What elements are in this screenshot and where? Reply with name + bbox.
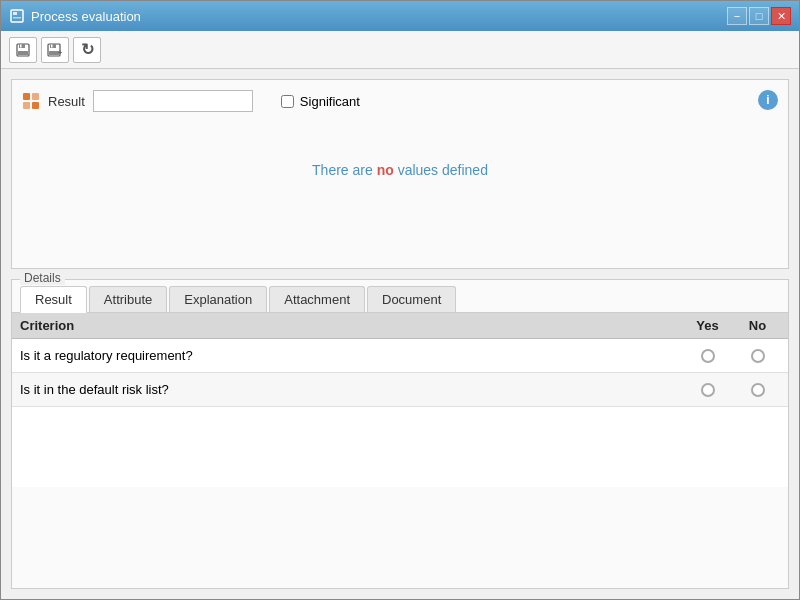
result-panel: Result Significant There are no values d… xyxy=(11,79,789,269)
process-svg-icon xyxy=(22,92,40,110)
svg-rect-5 xyxy=(18,51,28,55)
significant-row: Significant xyxy=(281,94,360,109)
table-row: Is it a regulatory requirement? xyxy=(12,339,788,373)
main-window: Process evaluation − □ ✕ + xyxy=(0,0,800,600)
close-button[interactable]: ✕ xyxy=(771,7,791,25)
content-area: Result Significant There are no values d… xyxy=(1,69,799,599)
save-icon xyxy=(15,42,31,58)
title-bar: Process evaluation − □ ✕ xyxy=(1,1,799,31)
maximize-button[interactable]: □ xyxy=(749,7,769,25)
svg-rect-1 xyxy=(13,12,17,15)
svg-rect-2 xyxy=(13,17,21,19)
yes-radio-1-cell xyxy=(680,349,735,363)
table-body: Is it a regulatory requirement? Is it in… xyxy=(12,339,788,588)
svg-rect-4 xyxy=(19,44,25,48)
tab-explanation[interactable]: Explanation xyxy=(169,286,267,312)
info-button[interactable]: i xyxy=(758,90,778,110)
svg-rect-0 xyxy=(11,10,23,22)
yes-radio-2-cell xyxy=(680,383,735,397)
window-title: Process evaluation xyxy=(31,9,141,24)
table-row: Is it in the default risk list? xyxy=(12,373,788,407)
details-legend: Details xyxy=(20,271,65,285)
no-radio-2-cell xyxy=(735,383,780,397)
svg-rect-15 xyxy=(32,102,39,109)
tab-attribute[interactable]: Attribute xyxy=(89,286,167,312)
column-yes: Yes xyxy=(680,318,735,333)
title-bar-left: Process evaluation xyxy=(9,8,141,24)
yes-radio-1[interactable] xyxy=(701,349,715,363)
svg-text:+: + xyxy=(58,49,62,56)
table-header: Criterion Yes No xyxy=(12,313,788,339)
table-empty-area xyxy=(12,407,788,487)
svg-rect-13 xyxy=(32,93,39,100)
details-panel: Details Result Attribute Explanation Att… xyxy=(11,279,789,589)
criterion-text-1: Is it a regulatory requirement? xyxy=(20,348,680,363)
no-values-text-part1: There are xyxy=(312,162,377,178)
table-area: Criterion Yes No Is it a regulatory requ… xyxy=(12,313,788,588)
result-label: Result xyxy=(48,94,85,109)
tab-result[interactable]: Result xyxy=(20,286,87,313)
svg-rect-14 xyxy=(23,102,30,109)
significant-label: Significant xyxy=(300,94,360,109)
refresh-button[interactable]: ↻ xyxy=(73,37,101,63)
tab-attachment[interactable]: Attachment xyxy=(269,286,365,312)
process-icon xyxy=(22,92,40,110)
no-values-text-part2: values defined xyxy=(394,162,488,178)
tabs-container: Result Attribute Explanation Attachment … xyxy=(12,286,788,313)
no-radio-1[interactable] xyxy=(751,349,765,363)
svg-rect-12 xyxy=(23,93,30,100)
result-row: Result Significant xyxy=(22,90,778,112)
column-criterion: Criterion xyxy=(20,318,680,333)
save-as-button[interactable]: + xyxy=(41,37,69,63)
no-radio-1-cell xyxy=(735,349,780,363)
minimize-button[interactable]: − xyxy=(727,7,747,25)
svg-rect-6 xyxy=(20,44,22,47)
window-controls: − □ ✕ xyxy=(727,7,791,25)
no-values-text-no: no xyxy=(377,162,394,178)
column-no: No xyxy=(735,318,780,333)
significant-checkbox[interactable] xyxy=(281,95,294,108)
yes-radio-2[interactable] xyxy=(701,383,715,397)
no-values-message: There are no values defined xyxy=(22,162,778,178)
result-input[interactable] xyxy=(93,90,253,112)
tab-document[interactable]: Document xyxy=(367,286,456,312)
svg-rect-10 xyxy=(51,44,53,47)
save-as-icon: + xyxy=(47,42,63,58)
toolbar: + ↻ xyxy=(1,31,799,69)
criterion-text-2: Is it in the default risk list? xyxy=(20,382,680,397)
svg-rect-8 xyxy=(50,44,56,48)
app-icon xyxy=(9,8,25,24)
save-button[interactable] xyxy=(9,37,37,63)
no-radio-2[interactable] xyxy=(751,383,765,397)
